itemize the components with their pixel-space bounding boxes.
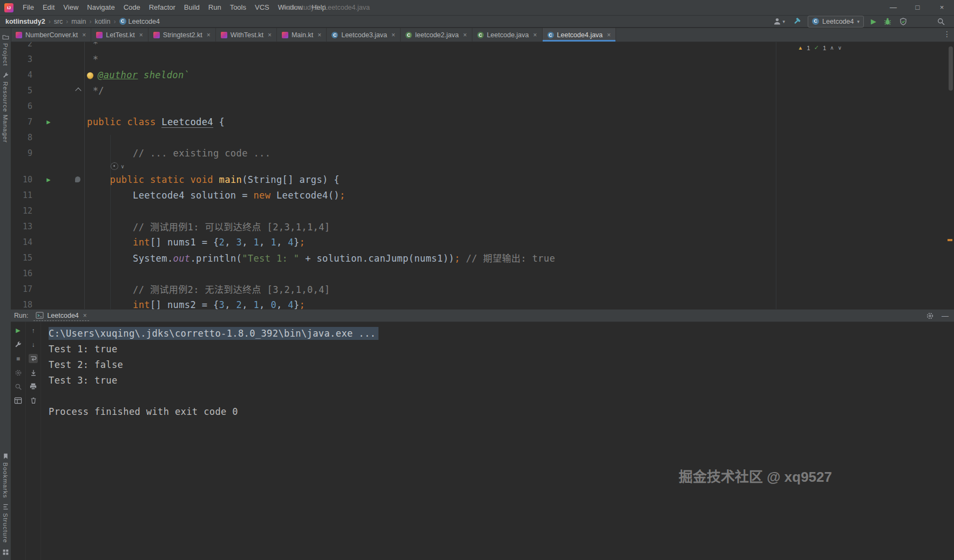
code-line-7: 7▶public class Leetcode4 { [11,114,954,129]
clear-console-button[interactable] [29,396,38,405]
tool-window-button-grid[interactable] [2,549,9,556]
intention-bulb-icon[interactable] [87,72,93,79]
rerun-button[interactable]: ▶ [13,326,23,335]
run-body: ▶ ■ ↑ ↓ [11,322,954,560]
settings-gear-icon[interactable] [926,312,934,320]
menu-item-tools[interactable]: Tools [226,0,251,15]
console-output[interactable]: C:\Users\xuqing\.jdks\corretto-1.8.0_392… [41,322,954,560]
breadcrumb-item-src[interactable]: src [54,18,63,25]
tab-leetcode4.java[interactable]: CLeetcode4.java× [543,28,617,42]
tab-leetcode2.java[interactable]: Cleetcode2.java× [401,28,472,42]
tab-close-icon[interactable]: × [82,31,86,39]
breadcrumb-item-leetcode4[interactable]: CLeetcode4 [119,18,160,25]
run-tab[interactable]: Leetcode4 × [33,311,89,321]
profiler-gear-icon[interactable] [13,368,23,377]
minimize-button[interactable]: — [881,0,905,15]
code-editor[interactable]: 2 *3 *4@author sheldon`5 */67▶public cla… [11,42,954,309]
run-gutter-icon[interactable]: ▶ [46,176,51,183]
run-button[interactable]: ▶ [871,17,876,25]
watermark-text: 掘金技术社区 @ xq9527 [679,466,832,486]
down-stack-button[interactable]: ↓ [29,340,38,349]
class-icon: C [119,18,126,25]
menu-item-view[interactable]: View [59,0,83,15]
scroll-to-end-button[interactable] [29,368,38,377]
tab-label: Stringtest2.kt [163,31,202,39]
menu-item-build[interactable]: Build [180,0,204,15]
coverage-button[interactable] [899,17,908,26]
up-stack-button[interactable]: ↑ [29,326,38,335]
tab-close-icon[interactable]: × [317,31,321,39]
tab-close-icon[interactable]: × [139,31,143,39]
tab-main.kt[interactable]: Main.kt× [277,28,327,42]
chevron-down-icon: ∨ [121,163,124,169]
command-line-text[interactable]: C:\Users\xuqing\.jdks\corretto-1.8.0_392… [49,327,378,340]
tool-window-button-project[interactable]: Project [2,33,9,66]
code-line-11: 11 Leetcode4 solution = new Leetcode4(); [11,187,954,203]
tab-close-icon[interactable]: × [83,312,87,319]
restore-layout-icon[interactable] [13,396,23,405]
menu-item-refactor[interactable]: Refactor [145,0,180,15]
prev-problem-icon[interactable]: ∧ [830,45,834,51]
run-gutter-icon[interactable]: ▶ [46,119,51,125]
error-stripe-mark[interactable] [948,239,952,241]
java-class-icon: C [331,32,338,38]
tool-window-button-bookmarks[interactable]: Bookmarks [2,453,9,498]
tab-lettest.kt[interactable]: LetTest.kt× [91,28,148,42]
tab-leetcode3.java[interactable]: CLeetcode3.java× [327,28,401,42]
tab-close-icon[interactable]: × [463,31,467,39]
stop-button[interactable]: ■ [13,354,23,363]
tab-close-icon[interactable]: × [391,31,395,39]
tool-window-button-resource-manager[interactable]: Resource Manager [2,72,9,143]
profile-icon[interactable]: ▾ [773,17,786,26]
hide-panel-icon[interactable]: — [942,312,949,320]
tool-window-button-structure[interactable]: Structure [2,503,9,543]
tab-leetcode.java[interactable]: CLeetcode.java× [472,28,543,42]
ai-inlay-hint[interactable]: ∨ [11,161,954,172]
console-line [49,388,954,404]
tab-close-icon[interactable]: × [533,31,537,39]
build-hammer-icon[interactable] [792,17,801,26]
menu-item-edit[interactable]: Edit [38,0,59,15]
menu-item-run[interactable]: Run [204,0,226,15]
menu-item-vcs[interactable]: VCS [251,0,274,15]
wrench-icon[interactable] [13,340,23,349]
window-title: kotlinstudy2 - Leetcode4.java [282,0,370,15]
search-console-icon[interactable] [13,382,23,391]
tab-label: Leetcode.java [487,31,529,39]
breadcrumb-item-main[interactable]: main [71,18,86,25]
print-button[interactable] [29,382,38,391]
breadcrumb-separator: › [49,18,51,25]
line-number: 5 [11,86,32,95]
breadcrumb-item-kotlinstudy2[interactable]: kotlinstudy2 [5,18,45,25]
tab-withtest.kt[interactable]: WithTest.kt× [216,28,277,42]
tab-numberconver.kt[interactable]: NumberConver.kt× [11,28,91,42]
java-class-icon: C [405,32,412,38]
tab-overflow-icon[interactable]: ⋮ [943,30,951,38]
tool-window-label: Project [2,43,9,66]
tab-close-icon[interactable]: × [607,31,611,39]
code-line-8: 8 [11,129,954,145]
inspections-widget[interactable]: ▲1 ✓1 ∧ ∨ [794,43,845,52]
menu-item-file[interactable]: File [18,0,38,15]
console-line: Process finished with exit code 0 [49,404,954,420]
title-bar: IJ FileEditViewNavigateCodeRefactorBuild… [0,0,954,16]
tab-close-icon[interactable]: × [268,31,272,39]
menu-item-navigate[interactable]: Navigate [83,0,119,15]
close-button[interactable]: × [930,0,954,15]
breadcrumb-item-kotlin[interactable]: kotlin [94,18,110,25]
fold-marker-icon[interactable] [75,87,81,93]
tab-stringtest2.kt[interactable]: Stringtest2.kt× [148,28,216,42]
debug-button[interactable] [883,17,892,26]
maximize-button[interactable]: □ [905,0,930,15]
soft-wrap-button[interactable] [29,354,38,363]
menu-item-code[interactable]: Code [119,0,145,15]
next-problem-icon[interactable]: ∨ [838,45,842,51]
kotlin-file-icon [153,32,160,38]
tab-close-icon[interactable]: × [207,31,211,39]
bookmarks-icon [2,453,9,460]
editor-tabs: NumberConver.kt×LetTest.kt×Stringtest2.k… [11,28,954,42]
run-config-combo[interactable]: C Leetcode4 ▾ [808,16,864,28]
warning-icon: ▲ [797,45,803,51]
editor-scrollbar[interactable] [949,46,953,91]
search-icon[interactable] [937,17,945,26]
